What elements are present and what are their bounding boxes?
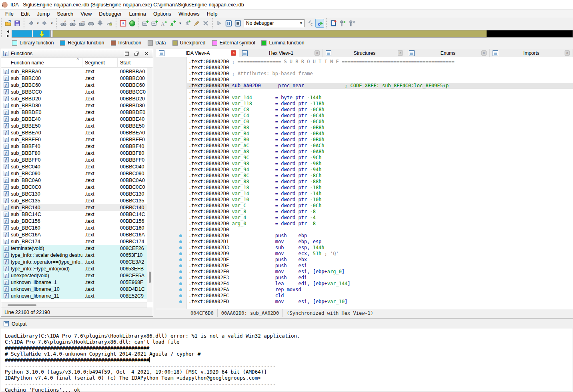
disasm-line[interactable]: .text:00AA02D0 var_C0 = dword ptr -0C0h (187, 119, 573, 125)
debugger-select[interactable]: No debugger ▼ (244, 19, 305, 27)
tab-close-icon[interactable]: × (565, 50, 570, 56)
table-row[interactable]: fsub_BBBE40.text00BBBE40 (1, 116, 147, 122)
disasm-line[interactable]: .text:00AA02D0 var_144 = byte ptr -144h (187, 95, 573, 101)
debugger-windows-button[interactable] (329, 19, 338, 28)
table-row[interactable]: fsub_BBC16A.text00BBC16A (1, 231, 147, 238)
create-data-button[interactable] (150, 19, 159, 28)
menu-help[interactable]: Help (203, 10, 221, 18)
table-row[interactable]: fsub_BBBF40.text00BBBF40 (1, 143, 147, 150)
disasm-line[interactable]: .text:00AA02D0 (187, 227, 573, 233)
disasm-line[interactable]: .text:00AA02D0 var_118 = dword ptr -118h (187, 101, 573, 107)
menu-jump[interactable]: Jump (33, 10, 53, 18)
table-row[interactable]: fterminate(void).text008CEF26 (1, 245, 147, 252)
tab-close-icon[interactable]: × (481, 50, 487, 56)
disasm-line[interactable]: .text:00AA02D0 var_98 = dword ptr -98h (187, 161, 573, 167)
table-row[interactable]: fsub_BBBEA0.text00BBBEA0 (1, 129, 147, 136)
disasm-line[interactable]: .text:00AA02D0 var_B4 = dword ptr -0B4h (187, 131, 573, 137)
table-row[interactable]: ftype_info::~type_info(void).text00653EF… (1, 265, 147, 272)
create-union-button[interactable] (183, 19, 192, 28)
disasm-line[interactable]: .text:00AA02D0 (187, 77, 573, 83)
table-row[interactable]: funknown_libname_1.text005E968F (1, 279, 147, 286)
disasm-line[interactable]: .text:00AA02D0 var_8 = dword ptr -8 (187, 209, 573, 215)
tab-close-icon[interactable]: × (231, 50, 236, 56)
combo-dropdown-icon[interactable]: ▼ (298, 20, 304, 27)
disasm-line[interactable]: .text:00AA02D0 var_9C = dword ptr -9Ch (187, 155, 573, 161)
search-next-button[interactable] (86, 19, 95, 28)
maximize-icon[interactable] (125, 52, 129, 56)
table-row[interactable]: fsub_BBC156.text00BBC156 (1, 218, 147, 224)
disasm-line[interactable]: .text:00AA02D0 var_14 = dword ptr -14h (187, 191, 573, 197)
back-history-dropdown[interactable]: ▼ (36, 19, 40, 28)
tab-ida-view-a[interactable]: IDA View-A× (156, 49, 239, 57)
restore-icon[interactable] (134, 52, 139, 56)
open-file-button[interactable] (4, 19, 12, 28)
navband-toggle-button[interactable] (128, 19, 136, 28)
disasm-line[interactable]: .text:00AA02D0 var_C4 = dword ptr -0C4h (187, 113, 573, 119)
table-row[interactable]: fsub_BBC14C.text00BBC14C (1, 211, 147, 218)
create-name-button[interactable]: A (160, 19, 168, 28)
column-header-function-name[interactable]: Function name ^ (1, 58, 82, 67)
functions-horizontal-scrollbar[interactable] (1, 302, 147, 308)
disassembly-view[interactable]: .text:00AA02D0 ; =============== S U B R… (156, 57, 573, 309)
menu-view[interactable]: View (77, 10, 95, 18)
column-header-segment[interactable]: Segment (82, 58, 118, 67)
debugger-start-button[interactable] (215, 19, 224, 28)
search-binary-button[interactable]: 101 (77, 19, 86, 28)
functions-vertical-scrollbar[interactable] (147, 68, 153, 302)
disasm-line[interactable]: .text:00AA02D0 var_AC = dword ptr -0ACh (187, 143, 573, 149)
menu-windows[interactable]: Windows (175, 10, 203, 18)
disasm-line[interactable]: .text:00AA02D9 mov ecx, 51h ; 'Q' (187, 251, 573, 257)
disasm-line[interactable]: .text:00AA02D0 var_C = dword ptr -0Ch (187, 203, 573, 209)
disasm-line[interactable]: .text:00AA02D3 sub esp, 144h (187, 245, 573, 251)
disasm-line[interactable]: .text:00AA02D0 (187, 89, 573, 95)
close-icon[interactable] (144, 52, 148, 56)
create-code-button[interactable] (141, 19, 150, 28)
disasm-line[interactable]: .text:00AA02E0 mov esi, [ebp+arg_0] (187, 269, 573, 275)
jump-down-button[interactable] (96, 19, 104, 28)
table-row[interactable]: fsub_BBBE50.text00BBBE50 (1, 122, 147, 129)
add-breakpoint-button[interactable] (338, 19, 347, 28)
menu-file[interactable]: File (2, 10, 17, 18)
save-button[interactable] (13, 19, 22, 28)
table-row[interactable]: fsub_BBC0A0.text00BBC0A0 (1, 177, 147, 184)
table-row[interactable]: fsub_BBBC00.text00BBBC00 (1, 75, 147, 82)
table-row[interactable]: funknown_libname_11.text008E52C9 (1, 292, 147, 299)
menu-lumina[interactable]: Lumina (125, 10, 150, 18)
table-row[interactable]: fsub_BBBD80.text00BBBD80 (1, 102, 147, 109)
table-row[interactable]: funexpected(void).text008CEF5A (1, 272, 147, 279)
disasm-line[interactable]: .text:00AA02D0 push ebp (187, 233, 573, 239)
tab-close-icon[interactable]: × (315, 50, 320, 56)
disasm-line[interactable]: .text:00AA02ED mov esi, [ebp+var_10] (187, 299, 573, 305)
attach-process-button[interactable]: c (315, 19, 324, 28)
table-row[interactable]: fsub_BBBC60.text00BBBC60 (1, 82, 147, 88)
ascii-string-button[interactable]: A (118, 19, 127, 28)
table-row[interactable]: fsub_BBC090.text00BBC090 (1, 170, 147, 177)
disasm-line[interactable]: .text:00AA02D0 var_C8 = dword ptr -0C8h (187, 107, 573, 113)
menu-search[interactable]: Search (53, 10, 77, 18)
tab-hex-view-1[interactable]: Hex View-1× (239, 49, 323, 57)
navband-scroll-right-icon[interactable] (7, 34, 9, 38)
lock-signature-button[interactable] (105, 19, 114, 28)
menu-options[interactable]: Options (150, 10, 175, 18)
navigation-band[interactable] (12, 30, 573, 38)
menu-edit[interactable]: Edit (17, 10, 33, 18)
menu-debugger[interactable]: Debugger (95, 10, 125, 18)
disasm-line[interactable]: .text:00AA02D0 (187, 65, 573, 71)
disasm-line[interactable]: .text:00AA02EA rep movsd (187, 287, 573, 293)
disasm-line[interactable]: .text:00AA02D0 var_10 = dword ptr -10h (187, 197, 573, 203)
table-row[interactable]: fsub_BBBCC0.text00BBBCC0 (1, 88, 147, 95)
disasm-line[interactable]: .text:00AA02D0 arg_0 = dword ptr 8 (187, 221, 573, 227)
hscroll-thumb[interactable] (8, 304, 36, 306)
navigate-back-button[interactable] (26, 19, 35, 28)
disasm-line[interactable]: .text:00AA02D0 sub_AA02D0 proc near ; CO… (187, 83, 573, 89)
forward-history-dropdown[interactable]: ▼ (50, 19, 54, 28)
table-row[interactable]: fsub_BBBD20.text00BBBD20 (1, 95, 147, 102)
tab-imports[interactable]: Imports× (490, 49, 573, 57)
create-struct-button[interactable]: s (169, 19, 178, 28)
disasm-line[interactable]: .text:00AA02D0 var_B0 = dword ptr -0B0h (187, 137, 573, 143)
table-row[interactable]: funknown_libname_10.text008D4D1C (1, 286, 147, 292)
navigate-forward-button[interactable] (40, 19, 49, 28)
disasm-line[interactable]: .text:00AA02E4 lea edi, [ebp+var_144] (187, 281, 573, 287)
disasm-line[interactable]: .text:00AA02D0 var_8C = dword ptr -8Ch (187, 173, 573, 179)
column-header-start[interactable]: Start (118, 58, 147, 67)
